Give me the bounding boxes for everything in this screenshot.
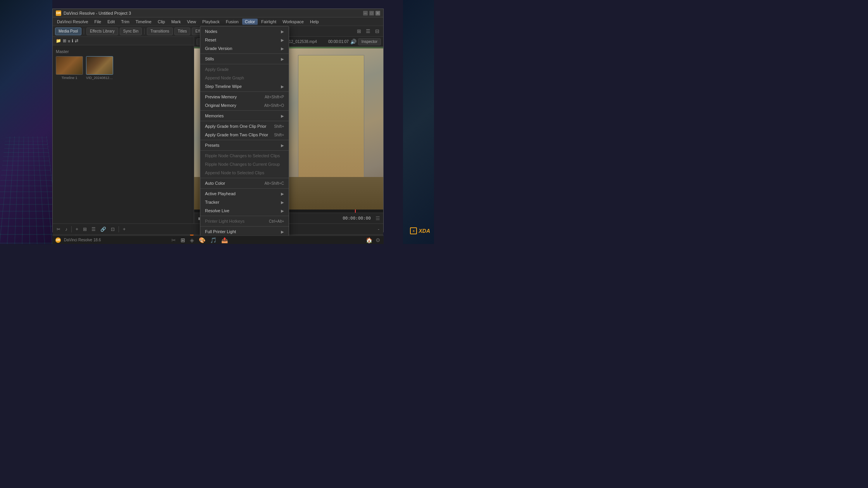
tl-zoom-out[interactable]: - — [376, 226, 381, 233]
menu-append-node-graph: Append Node Graph — [200, 74, 289, 82]
menu-file[interactable]: File — [92, 19, 104, 25]
active-playhead-arrow: ▶ — [281, 192, 284, 196]
layout-icon-1[interactable]: ⊞ — [355, 27, 363, 35]
menu-mark[interactable]: Mark — [169, 19, 183, 25]
workspace-fusion[interactable]: ◈ — [190, 237, 194, 243]
thumbnail-vid1 — [86, 56, 113, 75]
menu-apply-grade-two-clips[interactable]: Apply Grade from Two Clips Prior Shift+ — [200, 131, 289, 139]
window-controls[interactable]: ─ □ ✕ — [363, 11, 380, 15]
inspector-button[interactable]: Inspector — [358, 38, 381, 45]
menu-nodes[interactable]: Nodes ▶ — [200, 27, 289, 36]
maximize-button[interactable]: □ — [369, 11, 374, 15]
menu-edit[interactable]: Edit — [105, 19, 117, 25]
app-title: DaVinci Resolve - Untitled Project 3 — [64, 11, 131, 15]
menu-stills[interactable]: Stills ▶ — [200, 55, 289, 63]
menu-workspace[interactable]: Workspace — [280, 19, 307, 25]
menu-append-node-selected: Append Node to Selected Clips — [200, 168, 289, 177]
tl-link-button[interactable]: 🔗 — [99, 226, 108, 233]
home-icon[interactable]: 🏠 — [366, 237, 372, 243]
memories-arrow: ▶ — [281, 114, 284, 118]
menu-preview-memory[interactable]: Preview Memory Alt+Shift+P — [200, 93, 289, 101]
menu-timeline[interactable]: Timeline — [133, 19, 154, 25]
apply-two-clips-shortcut: Shift+ — [274, 133, 284, 137]
menu-apply-grade-one-clip[interactable]: Apply Grade from One Clip Prior Shift+ — [200, 122, 289, 131]
media-pool-icon-info[interactable]: ℹ — [72, 38, 73, 43]
media-pool-icon-grid[interactable]: ⊞ — [63, 38, 66, 43]
menu-presets[interactable]: Presets ▶ — [200, 141, 289, 149]
menu-fairlight[interactable]: Fairlight — [258, 19, 279, 25]
menu-auto-color[interactable]: Auto Color Alt+Shift+C — [200, 179, 289, 187]
tl-add-track-button[interactable]: + — [74, 226, 80, 233]
menu-clip[interactable]: Clip — [155, 19, 168, 25]
media-item-timeline1[interactable]: Timeline 1 — [56, 56, 83, 80]
preview-vol-icon[interactable]: 🔊 — [350, 39, 356, 45]
menu-step-timeline-wipe[interactable]: Step Timeline Wipe ▶ — [200, 82, 289, 91]
menu-memories[interactable]: Memories ▶ — [200, 112, 289, 120]
menu-fusion[interactable]: Fusion — [223, 19, 241, 25]
menu-apply-grade: Apply Grade — [200, 65, 289, 74]
close-button[interactable]: ✕ — [375, 11, 380, 15]
grade-version-arrow: ▶ — [281, 46, 284, 51]
menu-reset[interactable]: Reset ▶ — [200, 36, 289, 44]
layout-icon-3[interactable]: ⊟ — [374, 27, 381, 35]
menu-trim[interactable]: Trim — [118, 19, 132, 25]
media-pool-icon-arrows[interactable]: ⇄ — [75, 38, 78, 43]
menu-original-memory[interactable]: Original Memory Alt+Shift+O — [200, 101, 289, 110]
menu-section-11: Printer Light Hotkeys Ctrl+Alt+ — [200, 216, 289, 227]
workspace-color[interactable]: 🎨 — [199, 237, 205, 243]
tl-view-list[interactable]: ☰ — [90, 226, 97, 233]
apply-one-clip-shortcut: Shift+ — [274, 124, 284, 129]
master-label: Master — [56, 48, 191, 55]
menu-full-printer-light[interactable]: Full Printer Light ▶ — [200, 227, 289, 236]
tl-zoom-in[interactable]: + — [121, 226, 127, 233]
bg-right-panel — [403, 0, 434, 244]
xda-text: XDA — [418, 228, 430, 234]
media-item-vid1[interactable]: VID_20240812_01... — [86, 56, 113, 80]
preview-duration: 00:00:01:07 — [328, 40, 349, 44]
tl-cut-button[interactable]: ✂ — [55, 226, 62, 233]
menu-section-1: Nodes ▶ Reset ▶ Grade Version ▶ — [200, 26, 289, 54]
menu-view[interactable]: View — [184, 19, 199, 25]
minimize-button[interactable]: ─ — [363, 11, 368, 15]
menu-resolve-live[interactable]: Resolve Live ▶ — [200, 206, 289, 215]
workspace-edit[interactable]: ⊞ — [181, 237, 185, 243]
tl-view-toggle[interactable]: ⊞ — [81, 226, 88, 233]
menu-grade-version[interactable]: Grade Version ▶ — [200, 44, 289, 53]
printer-hotkeys-shortcut: Ctrl+Alt+ — [269, 219, 284, 223]
effects-library-button[interactable]: Effects Library — [86, 27, 118, 35]
menu-davinci-resolve[interactable]: DaVinci Resolve — [54, 19, 91, 25]
menu-section-3: Apply Grade Append Node Graph Step Timel… — [200, 64, 289, 92]
workspace-cut[interactable]: ✂ — [171, 237, 176, 243]
tl-music-button[interactable]: ♪ — [64, 226, 69, 233]
menu-section-6: Apply Grade from One Clip Prior Shift+ A… — [200, 121, 289, 140]
stills-arrow: ▶ — [281, 57, 284, 61]
workspace-deliver[interactable]: 📤 — [221, 237, 228, 243]
layout-icon-2[interactable]: ☰ — [364, 27, 372, 35]
app-window: DR DaVinci Resolve - Untitled Project 3 … — [52, 9, 384, 232]
menu-section-7: Presets ▶ — [200, 140, 289, 151]
sync-bin-button[interactable]: Sync Bin — [120, 27, 142, 35]
menu-active-playhead[interactable]: Active Playhead ▶ — [200, 189, 289, 198]
thumb-label-vid1: VID_20240812_01... — [86, 76, 113, 80]
full-printer-arrow: ▶ — [281, 230, 284, 234]
menu-printer-light-hotkeys: Printer Light Hotkeys Ctrl+Alt+ — [200, 217, 289, 225]
menu-color[interactable]: Color — [242, 19, 258, 25]
presets-arrow: ▶ — [281, 143, 284, 148]
media-pool-icon-list[interactable]: ≡ — [68, 39, 70, 43]
menu-help[interactable]: Help — [307, 19, 322, 25]
titles-button[interactable]: Titles — [174, 27, 191, 35]
menu-playback[interactable]: Playback — [200, 19, 222, 25]
menu-tracker[interactable]: Tracker ▶ — [200, 198, 289, 206]
tl-sep-1 — [71, 226, 72, 232]
playback-time-display: 00:00:00:00 — [343, 216, 371, 221]
workspace-fairlight[interactable]: 🎵 — [210, 237, 217, 243]
title-bar: DR DaVinci Resolve - Untitled Project 3 … — [53, 9, 383, 17]
toolbar-separator-2 — [144, 28, 145, 34]
thumb-label-timeline1: Timeline 1 — [61, 76, 77, 80]
transitions-button[interactable]: Transitions — [147, 27, 173, 35]
media-pool-button[interactable]: Media Pool — [55, 27, 81, 35]
menu-icon[interactable]: ☰ — [375, 215, 380, 221]
settings-icon[interactable]: ⚙ — [375, 237, 381, 243]
bottom-bar: DR DaVinci Resolve 18.6 ✂ ⊞ ◈ 🎨 🎵 📤 🏠 ⚙ — [52, 235, 384, 244]
tl-snap-button[interactable]: ⊡ — [109, 226, 116, 233]
